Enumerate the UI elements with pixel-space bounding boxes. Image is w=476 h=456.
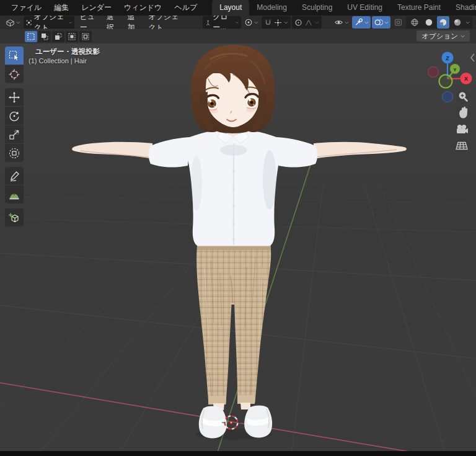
tab-sculpting[interactable]: Sculpting [294,0,340,16]
menu-add[interactable]: 追加 [123,16,143,29]
pivot-point-icon [244,18,253,27]
tool-annotate[interactable] [5,167,24,185]
visibility-icon [334,18,343,27]
measure-icon [8,189,20,201]
snap-magnet-icon [264,19,272,27]
svg-text:X: X [464,76,468,82]
overlays-toggle-icon [374,18,383,27]
gizmo-y-ball[interactable]: Y [450,64,460,74]
scale-icon [8,128,20,141]
menu-edit[interactable]: 編集 [48,0,75,16]
window-bottom-edge [0,451,476,456]
editor-type-button[interactable] [4,16,22,29]
mode-label: オブジェクト [33,16,66,29]
gizmos-toggle[interactable] [352,16,371,29]
sidebar-expand-chevron[interactable] [471,54,474,61]
options-button[interactable]: オプション [416,30,470,42]
shading-wireframe-button[interactable] [408,16,421,29]
shading-solid-button[interactable] [423,16,435,29]
menu-file[interactable]: ファイル [5,0,48,16]
tool-scale[interactable] [5,125,24,143]
proportional-editing-icon [294,19,302,27]
tool-transform[interactable] [5,144,24,162]
tool-settings-bar: オプション [0,29,476,43]
viewport-3d[interactable]: Z Y X [0,43,476,451]
shading-rendered-icon [453,18,462,27]
gizmo-z-ball[interactable]: Z [442,52,454,64]
cursor-tool-icon [8,68,20,81]
object-mode-icon [26,19,32,27]
gizmos-toggle-icon [354,18,363,27]
zoom-button[interactable] [456,90,470,104]
svg-text:Y: Y [453,67,457,73]
active-collection-label: (1) Collection | Hair [29,57,87,65]
shading-wireframe-icon [410,18,419,27]
tool-add-cube[interactable] [5,208,24,226]
character-model[interactable] [72,45,407,440]
transform-orientation-dropdown[interactable]: グロー... [203,16,241,29]
mode-selector[interactable]: オブジェクト [24,16,74,29]
rotate-icon [8,110,20,122]
svg-text:Z: Z [446,55,449,61]
viewport-header: オブジェクト ビュー 選択 追加 オブジェクト グロー... [0,16,476,29]
snapping-group[interactable] [262,16,291,29]
gizmo-neg-x-ball[interactable] [428,67,439,78]
select-mode-subtract-button[interactable] [52,31,64,42]
select-mode-extend-button[interactable] [38,31,51,42]
overlays-toggle[interactable] [372,16,390,29]
viewport-nav-buttons [455,90,470,153]
blender-window: { "colors": { "accent": "#4772b3", "menu… [0,0,476,456]
editor-type-icon [6,18,15,27]
tab-layout[interactable]: Layout [212,0,249,16]
shading-solid-icon [425,18,433,27]
transform-orientation-icon [205,19,211,27]
viewport-canvas[interactable]: Z Y X [0,43,476,451]
select-mode-intersect-button[interactable] [79,31,92,42]
tool-rotate[interactable] [5,107,24,125]
orientation-label: グロー... [213,16,233,29]
workspace-tabs: Layout Modeling Sculpting UV Editing Tex… [212,0,476,16]
snap-target-icon [274,19,282,27]
annotate-pen-icon [8,170,20,182]
gizmo-neg-z-ball[interactable] [443,92,453,102]
menu-object[interactable]: オブジェクト [144,16,187,29]
tool-move[interactable] [5,88,24,106]
shading-material-icon [439,18,447,27]
visibility-dropdown[interactable] [332,16,351,29]
shading-material-button[interactable] [437,16,449,29]
menu-select[interactable]: 選択 [102,16,122,29]
falloff-curve-icon [304,19,313,27]
shading-mode-group [406,16,472,29]
camera-view-button[interactable] [455,123,469,137]
move-icon [8,91,20,104]
proportional-editing-group[interactable] [292,16,322,29]
tab-texture-paint[interactable]: Texture Paint [390,0,448,16]
pivot-point-button[interactable] [242,16,260,29]
gizmo-x-ball[interactable]: X [461,73,472,84]
xray-toggle[interactable] [392,16,405,29]
tool-select-box[interactable] [5,47,24,65]
menu-render[interactable]: レンダー [75,0,118,16]
tool-measure[interactable] [5,186,24,203]
menu-window[interactable]: ウィンドウ [118,0,168,16]
options-label: オプション [421,32,458,41]
pan-button[interactable] [456,107,470,121]
tool-cursor[interactable] [5,65,24,83]
add-cube-icon [8,212,20,224]
shading-rendered-button[interactable] [451,16,464,29]
tab-modeling[interactable]: Modeling [249,0,294,16]
left-tool-column [5,47,24,227]
tab-uv-editing[interactable]: UV Editing [340,0,390,16]
select-box-icon [8,50,20,62]
top-menu-bar: ファイル 編集 レンダー ウィンドウ ヘルプ Layout Modeling S… [0,0,476,16]
tab-shading[interactable]: Shading [448,0,476,16]
view-angle-label: ユーザー・透視投影 [35,47,100,56]
transform-icon [8,147,20,159]
menu-help[interactable]: ヘルプ [168,0,203,16]
gizmo-neg-y-ball[interactable] [439,75,452,88]
xray-toggle-icon [394,18,403,27]
select-mode-invert-button[interactable] [66,31,78,42]
perspective-toggle-button[interactable] [455,139,469,153]
menu-view[interactable]: ビュー [76,16,101,29]
select-mode-new-button[interactable] [25,31,37,42]
